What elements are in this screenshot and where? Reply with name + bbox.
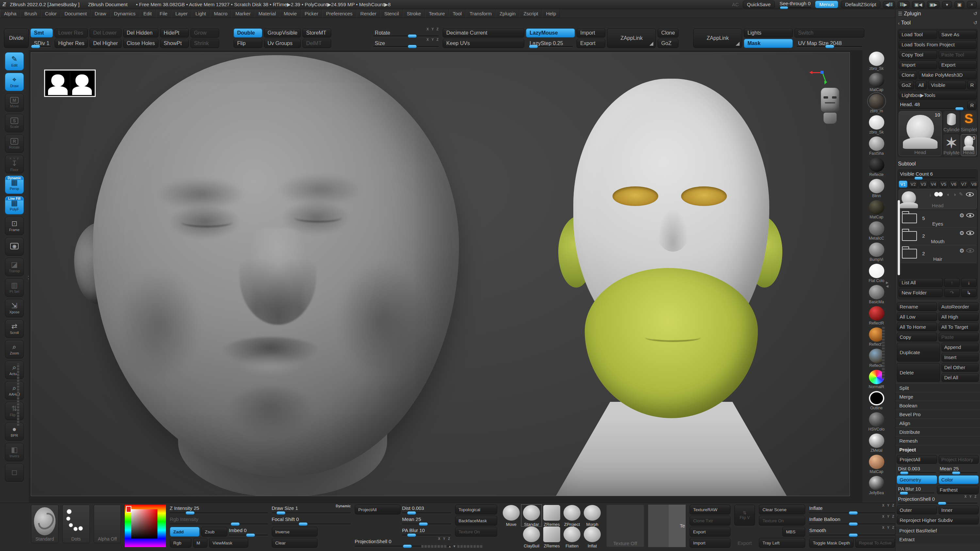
material-jellybean[interactable]: JellyBea: [864, 476, 889, 497]
see-through-slider[interactable]: See-through 0: [778, 1, 813, 8]
material-reflected-2[interactable]: Reflecte: [864, 349, 889, 370]
all-to-target-button[interactable]: All To Target: [939, 322, 979, 331]
shelf-button-top[interactable]: Lower Res: [54, 29, 88, 38]
texture-preview-panel[interactable]: Te: [648, 505, 686, 547]
menu-item[interactable]: Marker: [231, 9, 255, 17]
brush-zremesher[interactable]: ZRemes: [542, 505, 562, 526]
subtool-folder-hair[interactable]: 2 Hair ⚙: [899, 246, 977, 263]
menu-item[interactable]: Material: [255, 9, 280, 17]
restore-config-icon[interactable]: ↺: [973, 11, 977, 17]
document-area[interactable]: [31, 52, 850, 496]
menu-item[interactable]: Brush: [20, 9, 41, 17]
divider-left-icon[interactable]: ◀‖‖: [883, 1, 895, 8]
gear-icon[interactable]: ⚙: [959, 212, 964, 219]
pa-blur-slider[interactable]: PA Blur 10: [897, 485, 935, 494]
shelf-button-bottom[interactable]: Higher Res: [54, 39, 88, 48]
delete-button[interactable]: Delete: [897, 363, 940, 382]
zplugin-palette-header[interactable]: ☰ Zplugin ↺: [896, 9, 980, 18]
all-high-button[interactable]: All High: [939, 313, 979, 321]
subtool-item-head[interactable]: ↓ ◐ ◑ ✎ Head: [899, 189, 977, 209]
divide-button[interactable]: Divide: [4, 29, 29, 48]
append-button[interactable]: Append: [942, 343, 979, 352]
goz-button[interactable]: GoZ: [657, 39, 678, 48]
alpha-thumb[interactable]: Alpha Off: [94, 505, 121, 543]
polypaint-icon[interactable]: [934, 192, 944, 197]
zapplink-button[interactable]: ZAppLink: [607, 29, 656, 48]
actual-button[interactable]: ⌕ Actual: [5, 361, 24, 379]
list-all-button[interactable]: List All: [899, 278, 943, 287]
bpr-button[interactable]: ● BPR: [5, 422, 24, 441]
del-all-button[interactable]: Del All: [942, 373, 979, 382]
repeat-to-active-button[interactable]: Repeat To Active: [855, 538, 895, 548]
paste-subtool-button[interactable]: Paste: [939, 333, 979, 341]
mean-slider[interactable]: Mean 25: [939, 465, 979, 474]
tool-thumb-head-small[interactable]: 0 Head: [961, 134, 977, 156]
divider-right-icon[interactable]: ‖‖▶: [898, 1, 910, 8]
color-picker[interactable]: [125, 505, 165, 547]
menu-item[interactable]: File: [156, 9, 172, 17]
focal-shift-slider[interactable]: Focal Shift 0: [272, 516, 351, 526]
inflate-balloon-slider[interactable]: Inflate Balloon X Y Z: [809, 516, 895, 526]
paint-brush-icon[interactable]: ✎: [959, 191, 963, 197]
collapsed-section-header[interactable]: Split: [896, 383, 980, 392]
material-basicmaterial[interactable]: BasicMa: [864, 285, 889, 306]
lightbox-tools-button[interactable]: Lightbox▶Tools: [899, 91, 977, 100]
eye-icon[interactable]: [966, 231, 974, 235]
subtool-folder-eyes[interactable]: 5 Eyes ⚙: [899, 210, 977, 228]
zsub-toggle[interactable]: Zsub: [201, 527, 228, 537]
material-bumpviewer[interactable]: BumpVi: [864, 243, 889, 264]
scale-button[interactable]: S Scale: [5, 114, 24, 132]
brush-standard[interactable]: Standar: [521, 505, 542, 526]
inflate-slider[interactable]: Inflate X Y Z: [809, 505, 895, 514]
duplicate-button[interactable]: Duplicate: [897, 343, 940, 362]
smooth-slider[interactable]: Smooth X Y Z: [809, 527, 895, 537]
zoom-button[interactable]: ⌕ Zoom: [5, 340, 24, 359]
menu-item[interactable]: Transform: [466, 9, 496, 17]
material-reflected-1[interactable]: Reflecte: [864, 158, 889, 179]
mean-slider-bottom[interactable]: Mean 25: [402, 516, 451, 526]
clear-scene-button[interactable]: Clear Scene: [759, 505, 805, 514]
vtab-v6[interactable]: V6: [949, 181, 958, 188]
shelf-button-top[interactable]: Double: [234, 29, 262, 38]
shelf-button-top[interactable]: LazyMouse: [526, 29, 575, 38]
zadd-toggle[interactable]: Zadd: [170, 527, 200, 537]
displacement-icon[interactable]: ◑: [953, 192, 956, 197]
menu-item[interactable]: Alpha: [0, 9, 20, 17]
viewmask-button[interactable]: ViewMask: [209, 538, 248, 548]
uv-icon[interactable]: ◐: [947, 192, 950, 197]
material-metalic[interactable]: MetalicC: [864, 221, 889, 243]
geometry-palette-header[interactable]: Geometry: [896, 549, 980, 551]
zapplink-projection-button[interactable]: ZAppLink: [693, 29, 742, 48]
move-into-folder-icon[interactable]: ↳: [961, 288, 977, 297]
tool-thumb-simplebrush[interactable]: S SimpleB: [961, 111, 977, 133]
menu-item[interactable]: Edit: [140, 9, 156, 17]
frame-button[interactable]: ⊡ Frame: [5, 217, 24, 235]
material-normalrgb[interactable]: NormalR: [864, 370, 889, 391]
shelf-button-top[interactable]: StoreMT: [302, 29, 331, 38]
textureraw-button[interactable]: TextureRAW: [690, 505, 730, 514]
save-as-button[interactable]: Save As: [939, 30, 977, 39]
restore-config-icon[interactable]: ↺: [973, 20, 977, 26]
import-button[interactable]: Import: [899, 60, 937, 69]
material-matcap-1[interactable]: MatCap: [864, 73, 889, 94]
ptsel-button[interactable]: ▥ Pt Sel: [5, 278, 24, 297]
subtool-folder-mouth[interactable]: 2 Mouth ⚙: [899, 228, 977, 246]
shelf-button-top[interactable]: Del Hidden: [123, 29, 158, 38]
clone-txtr-button[interactable]: Clone Txtr: [690, 516, 730, 526]
eye-icon[interactable]: [966, 213, 974, 218]
material-fastshader[interactable]: FastSha: [864, 137, 889, 158]
clone-tool-button[interactable]: Clone: [899, 70, 917, 79]
menu-item[interactable]: Light: [191, 9, 210, 17]
shelf-button-top[interactable]: Lights: [744, 29, 793, 38]
menu-item[interactable]: Help: [542, 9, 560, 17]
material-blinn[interactable]: Blinn: [864, 179, 889, 200]
subtool-section-header[interactable]: Subtool: [896, 160, 980, 168]
shelf-button-bottom[interactable]: DelMT: [302, 39, 331, 48]
texture-export2-label[interactable]: Export: [734, 538, 755, 548]
autoreorder-button[interactable]: AutoReorder: [939, 302, 979, 311]
farthest-button[interactable]: Farthest: [937, 485, 979, 494]
material-flatcolor[interactable]: Flat Colo: [864, 264, 889, 285]
toggle-mask-depth-button[interactable]: Toggle Mask Depth: [809, 538, 854, 548]
material-zbro-ski-1[interactable]: zbro_Sk: [864, 52, 889, 73]
del-other-button[interactable]: Del Other: [942, 363, 979, 372]
